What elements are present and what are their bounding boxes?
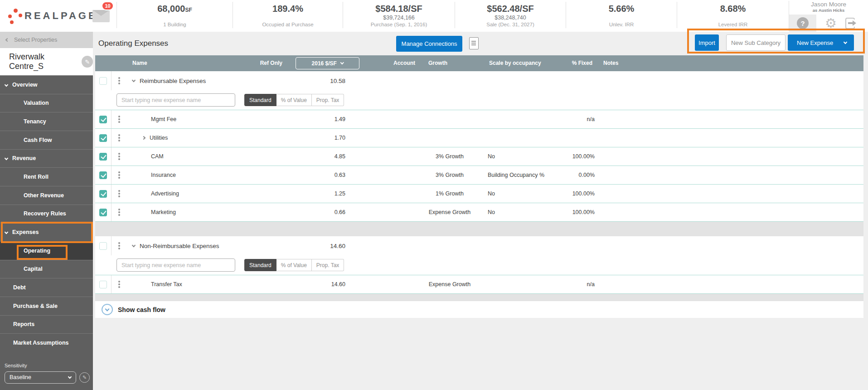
expense-name[interactable]: Utilities xyxy=(150,135,168,141)
expense-scale[interactable]: No xyxy=(486,203,558,221)
expense-value[interactable]: 0.66 xyxy=(286,203,345,221)
sidebar-item-debt[interactable]: Debt xyxy=(0,278,93,297)
kebab-menu-icon[interactable] xyxy=(118,281,120,288)
type-percent-of-value-button[interactable]: % of Value xyxy=(276,94,312,106)
manage-connections-button[interactable]: Manage Connections xyxy=(396,36,462,52)
expense-scale[interactable]: Building Occupancy % xyxy=(486,166,558,184)
kpi-sale: $562.48/SF $38,248,740 Sale (Dec. 31, 20… xyxy=(455,2,566,28)
expense-growth[interactable]: 1% Growth xyxy=(413,185,486,203)
row-checkbox[interactable] xyxy=(99,281,107,288)
expense-fixed[interactable]: 100.00% xyxy=(558,147,595,166)
sidebar-item-market-assumptions[interactable]: Market Assumptions xyxy=(0,333,93,352)
sidebar-item-capital[interactable]: Capital xyxy=(0,260,93,278)
edit-property-pencil-icon[interactable]: ✎ xyxy=(82,56,93,68)
expense-growth[interactable]: 3% Growth xyxy=(413,147,486,166)
sidebar-item-tenancy[interactable]: Tenancy xyxy=(0,112,93,131)
new-expense-row: Standard % of Value Prop. Tax xyxy=(95,90,863,110)
expense-value[interactable]: 14.60 xyxy=(286,275,345,293)
logout-icon[interactable] xyxy=(845,18,855,29)
expense-value[interactable]: 0.63 xyxy=(286,166,345,184)
kebab-menu-icon[interactable] xyxy=(118,190,120,197)
expense-fixed[interactable]: 0.00% xyxy=(558,166,595,184)
settings-gear-icon[interactable]: ⚙ xyxy=(816,15,845,32)
sidebar-item-revenue[interactable]: Revenue xyxy=(0,149,93,168)
expense-name[interactable]: Mgmt Fee xyxy=(127,110,286,128)
sidebar-item-recovery-rules[interactable]: Recovery Rules xyxy=(0,205,93,223)
kebab-menu-icon[interactable] xyxy=(118,134,120,141)
row-checkbox[interactable] xyxy=(99,134,107,142)
type-prop-tax-button[interactable]: Prop. Tax xyxy=(312,259,344,271)
chevron-down-icon xyxy=(340,61,344,64)
row-checkbox[interactable] xyxy=(99,209,107,216)
expense-scale[interactable]: No xyxy=(486,185,558,203)
expense-growth[interactable]: Expense Growth xyxy=(413,275,486,293)
row-checkbox[interactable] xyxy=(99,77,107,85)
help-icon: ? xyxy=(797,17,809,29)
select-properties-back[interactable]: Select Properties xyxy=(0,32,93,48)
row-checkbox[interactable] xyxy=(99,242,107,250)
col-header-account: Account xyxy=(379,55,415,71)
sidebar-item-valuation[interactable]: Valuation xyxy=(0,94,93,112)
type-prop-tax-button[interactable]: Prop. Tax xyxy=(312,94,344,106)
sensitivity-select[interactable]: Baseline xyxy=(5,371,76,384)
unit-selector-dropdown[interactable]: 2016 $/SF xyxy=(296,57,359,69)
expense-value[interactable]: 1.49 xyxy=(286,110,345,128)
expense-scale[interactable]: No xyxy=(486,147,558,166)
sidebar-item-operating[interactable]: Operating xyxy=(0,241,93,260)
type-percent-of-value-button[interactable]: % of Value xyxy=(276,259,312,271)
expense-fixed: n/a xyxy=(558,110,595,128)
section-name[interactable]: Non-Reimbursable Expenses xyxy=(140,243,219,249)
sidebar-item-cash-flow[interactable]: Cash Flow xyxy=(0,131,93,149)
type-standard-button[interactable]: Standard xyxy=(244,259,276,271)
collapse-chevron-icon[interactable] xyxy=(132,78,136,82)
inbox-badge: 10 xyxy=(102,1,114,10)
row-checkbox[interactable] xyxy=(99,190,107,198)
kebab-menu-icon[interactable] xyxy=(118,77,120,84)
kebab-menu-icon[interactable] xyxy=(118,153,120,160)
sidebar-item-rent-roll[interactable]: Rent Roll xyxy=(0,167,93,186)
table-row-cam: CAM 4.85 3% Growth No 100.00% xyxy=(95,147,863,166)
kpi-sale-sub: $38,248,740 xyxy=(495,15,526,21)
import-button[interactable]: Import xyxy=(695,34,719,51)
expense-name[interactable]: Insurance xyxy=(127,166,286,184)
section-name[interactable]: Reimbursable Expenses xyxy=(140,78,206,84)
top-header: REALPAGE 10 68,000SF 1 Building 189.4% O… xyxy=(0,0,868,32)
row-checkbox[interactable] xyxy=(99,171,107,179)
kebab-menu-icon[interactable] xyxy=(118,242,120,249)
new-sub-category-button[interactable]: New Sub Category xyxy=(726,34,786,51)
show-cash-flow-label[interactable]: Show cash flow xyxy=(118,306,165,313)
new-expense-button[interactable]: New Expense xyxy=(788,34,854,51)
new-expense-input[interactable] xyxy=(116,258,235,272)
kebab-menu-icon[interactable] xyxy=(118,116,120,123)
expense-growth[interactable]: Expense Growth xyxy=(413,203,486,221)
sidebar-item-other-revenue[interactable]: Other Revenue xyxy=(0,186,93,205)
new-expense-input[interactable] xyxy=(116,93,235,107)
sidebar-item-expenses[interactable]: Expenses xyxy=(0,223,93,241)
kebab-menu-icon[interactable] xyxy=(118,171,120,179)
expense-name[interactable]: Advertising xyxy=(127,185,286,203)
expense-growth[interactable]: 3% Growth xyxy=(413,166,486,184)
kebab-menu-icon[interactable] xyxy=(118,209,120,216)
sidebar-item-overview[interactable]: Overview xyxy=(0,75,93,94)
expense-name[interactable]: Transfer Tax xyxy=(127,275,286,293)
show-cash-flow-chevron-icon[interactable] xyxy=(102,304,113,315)
sidebar-item-reports[interactable]: Reports xyxy=(0,315,93,334)
document-icon[interactable] xyxy=(469,37,479,49)
edit-sensitivity-pencil-icon[interactable]: ✎ xyxy=(79,372,90,383)
expense-fixed[interactable]: 100.00% xyxy=(558,185,595,203)
expense-name[interactable]: CAM xyxy=(127,147,286,166)
row-checkbox[interactable] xyxy=(99,153,107,161)
type-standard-button[interactable]: Standard xyxy=(244,94,276,106)
expense-value[interactable]: 1.25 xyxy=(286,185,345,203)
expense-fixed[interactable]: 100.00% xyxy=(558,203,595,221)
collapse-chevron-icon[interactable] xyxy=(132,244,136,247)
expand-chevron-icon[interactable] xyxy=(142,136,145,140)
inbox-envelope-icon[interactable] xyxy=(92,10,110,22)
expense-value[interactable]: 1.70 xyxy=(286,129,345,147)
row-checkbox[interactable] xyxy=(99,116,107,123)
expense-value[interactable]: 4.85 xyxy=(286,147,345,166)
kpi-occupied: 189.4% Occupied at Purchase xyxy=(233,2,343,28)
help-button[interactable]: ? xyxy=(789,15,816,32)
expense-name[interactable]: Marketing xyxy=(127,203,286,221)
sidebar-item-purchase-sale[interactable]: Purchase & Sale xyxy=(0,297,93,315)
